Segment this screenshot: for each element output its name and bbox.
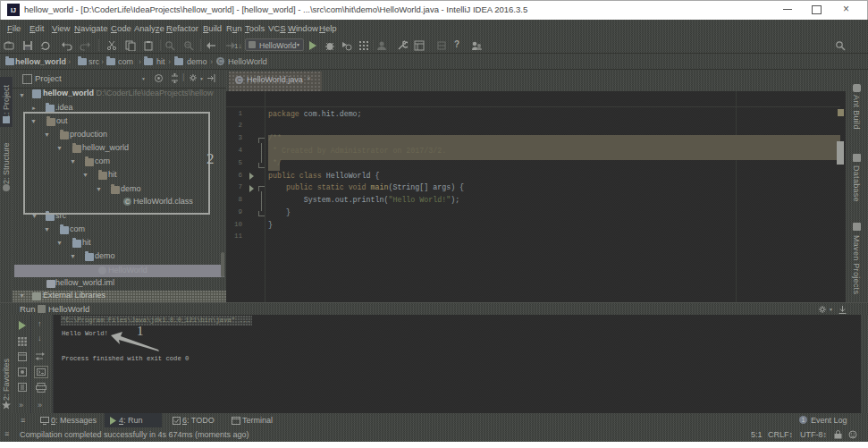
svg-text:1↓: 1↓ [234,42,241,50]
